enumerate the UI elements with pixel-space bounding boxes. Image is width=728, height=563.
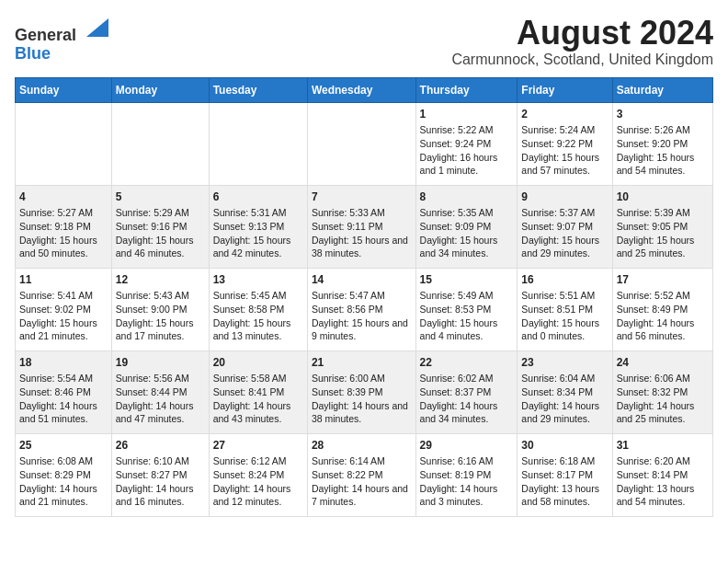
day-number: 23 — [521, 355, 608, 371]
day-info-line: Daylight: 14 hours and 16 minutes. — [116, 482, 205, 509]
day-info-line: Sunrise: 5:29 AM — [116, 206, 205, 220]
day-info-line: Sunrise: 5:58 AM — [213, 372, 303, 385]
day-info-line: Sunrise: 5:31 AM — [213, 206, 303, 220]
calendar-body: 1Sunrise: 5:22 AMSunset: 9:24 PMDaylight… — [16, 102, 713, 516]
day-info-line: Sunrise: 6:18 AM — [521, 454, 608, 468]
day-info-line: Sunrise: 6:20 AM — [617, 454, 709, 468]
day-number: 20 — [213, 355, 303, 371]
day-number: 8 — [420, 190, 514, 205]
day-info-line: Daylight: 14 hours and 25 minutes. — [617, 399, 709, 426]
calendar-cell-29: 29Sunrise: 6:16 AMSunset: 8:19 PMDayligh… — [415, 433, 518, 516]
day-number: 10 — [617, 190, 709, 205]
day-number: 31 — [617, 438, 709, 454]
calendar-cell-5: 5Sunrise: 5:29 AMSunset: 9:16 PMDaylight… — [111, 185, 209, 268]
calendar-cell-8: 8Sunrise: 5:35 AMSunset: 9:09 PMDaylight… — [415, 185, 518, 268]
week-row-5: 25Sunrise: 6:08 AMSunset: 8:29 PMDayligh… — [16, 433, 713, 516]
location-subtitle: Carmunnock, Scotland, United Kingdom — [451, 52, 713, 68]
week-row-2: 4Sunrise: 5:27 AMSunset: 9:18 PMDaylight… — [16, 185, 713, 268]
day-info-line: Sunrise: 5:45 AM — [213, 289, 303, 303]
day-info-line: Sunset: 9:13 PM — [213, 220, 303, 234]
header-row: SundayMondayTuesdayWednesdayThursdayFrid… — [16, 77, 713, 102]
day-info-line: Sunrise: 6:12 AM — [213, 454, 303, 468]
day-info-line: Daylight: 15 hours and 34 minutes. — [420, 234, 514, 260]
day-info-line: Daylight: 14 hours and 47 minutes. — [116, 399, 205, 426]
calendar-cell-17: 17Sunrise: 5:52 AMSunset: 8:49 PMDayligh… — [612, 268, 712, 350]
calendar-cell-15: 15Sunrise: 5:49 AMSunset: 8:53 PMDayligh… — [415, 268, 518, 350]
logo-line1: General — [15, 15, 108, 45]
day-info-line: Sunrise: 6:08 AM — [19, 454, 108, 468]
calendar-cell-9: 9Sunrise: 5:37 AMSunset: 9:07 PMDaylight… — [518, 185, 612, 268]
week-row-1: 1Sunrise: 5:22 AMSunset: 9:24 PMDaylight… — [16, 102, 713, 185]
day-info-line: Sunset: 8:34 PM — [521, 385, 608, 399]
calendar-cell-10: 10Sunrise: 5:39 AMSunset: 9:05 PMDayligh… — [612, 185, 712, 268]
calendar-cell-22: 22Sunrise: 6:02 AMSunset: 8:37 PMDayligh… — [415, 350, 518, 433]
day-info-line: Sunrise: 6:16 AM — [420, 454, 514, 468]
day-info-line: Daylight: 14 hours and 3 minutes. — [420, 482, 514, 509]
week-row-4: 18Sunrise: 5:54 AMSunset: 8:46 PMDayligh… — [16, 350, 713, 433]
day-info-line: Sunset: 9:22 PM — [521, 137, 608, 151]
day-info-line: Daylight: 15 hours and 25 minutes. — [617, 234, 709, 260]
day-info-line: Sunrise: 5:47 AM — [312, 289, 412, 303]
calendar-cell-3: 3Sunrise: 5:26 AMSunset: 9:20 PMDaylight… — [612, 102, 712, 185]
day-info-line: Sunrise: 5:33 AM — [312, 206, 412, 220]
title-area: August 2024 Carmunnock, Scotland, United… — [451, 15, 713, 68]
page-header: General Blue August 2024 Carmunnock, Sco… — [15, 15, 713, 68]
calendar-cell-25: 25Sunrise: 6:08 AMSunset: 8:29 PMDayligh… — [16, 433, 112, 516]
calendar-cell-11: 11Sunrise: 5:41 AMSunset: 9:02 PMDayligh… — [16, 268, 112, 350]
calendar-cell-4: 4Sunrise: 5:27 AMSunset: 9:18 PMDaylight… — [16, 185, 112, 268]
day-info-line: Daylight: 15 hours and 21 minutes. — [19, 316, 108, 343]
day-info-line: Sunset: 8:56 PM — [312, 303, 412, 316]
day-info-line: Sunrise: 6:06 AM — [617, 372, 709, 385]
day-info-line: Sunset: 8:41 PM — [213, 385, 303, 399]
day-number: 18 — [19, 355, 108, 371]
header-day-wednesday: Wednesday — [307, 77, 415, 102]
calendar-cell-empty-2 — [209, 102, 307, 185]
day-number: 11 — [19, 272, 108, 288]
day-number: 14 — [312, 272, 412, 288]
day-number: 1 — [420, 107, 514, 122]
day-info-line: Daylight: 15 hours and 0 minutes. — [521, 316, 608, 343]
day-info-line: Daylight: 15 hours and 57 minutes. — [521, 151, 608, 178]
day-info-line: Daylight: 14 hours and 29 minutes. — [521, 399, 608, 426]
day-info-line: Sunset: 8:49 PM — [617, 303, 709, 316]
day-info-line: Sunset: 9:07 PM — [521, 220, 608, 234]
calendar-cell-19: 19Sunrise: 5:56 AMSunset: 8:44 PMDayligh… — [111, 350, 209, 433]
day-info-line: Sunrise: 5:49 AM — [420, 289, 514, 303]
day-info-line: Sunset: 8:22 PM — [312, 468, 412, 482]
day-info-line: Sunrise: 6:00 AM — [312, 372, 412, 385]
logo-triangle-icon — [83, 15, 108, 40]
day-info-line: Sunset: 8:44 PM — [116, 385, 205, 399]
day-number: 5 — [116, 190, 205, 205]
header-day-thursday: Thursday — [415, 77, 518, 102]
day-info-line: Daylight: 15 hours and 4 minutes. — [420, 316, 514, 343]
day-info-line: Sunrise: 5:51 AM — [521, 289, 608, 303]
day-info-line: Sunset: 8:27 PM — [116, 468, 205, 482]
calendar-cell-28: 28Sunrise: 6:14 AMSunset: 8:22 PMDayligh… — [307, 433, 415, 516]
calendar-cell-6: 6Sunrise: 5:31 AMSunset: 9:13 PMDaylight… — [209, 185, 307, 268]
day-info-line: Sunset: 8:24 PM — [213, 468, 303, 482]
day-info-line: Sunset: 9:11 PM — [312, 220, 412, 234]
header-day-saturday: Saturday — [612, 77, 712, 102]
day-info-line: Sunset: 8:17 PM — [521, 468, 608, 482]
day-info-line: Daylight: 14 hours and 43 minutes. — [213, 399, 303, 426]
day-info-line: Daylight: 14 hours and 34 minutes. — [420, 399, 514, 426]
day-info-line: Sunrise: 5:56 AM — [116, 372, 205, 385]
day-info-line: Daylight: 14 hours and 12 minutes. — [213, 482, 303, 509]
day-info-line: Sunrise: 5:52 AM — [617, 289, 709, 303]
calendar-cell-13: 13Sunrise: 5:45 AMSunset: 8:58 PMDayligh… — [209, 268, 307, 350]
day-number: 13 — [213, 272, 303, 288]
day-info-line: Daylight: 13 hours and 58 minutes. — [521, 482, 608, 509]
calendar-cell-12: 12Sunrise: 5:43 AMSunset: 9:00 PMDayligh… — [111, 268, 209, 350]
day-info-line: Sunrise: 5:26 AM — [617, 123, 709, 137]
calendar-cell-27: 27Sunrise: 6:12 AMSunset: 8:24 PMDayligh… — [209, 433, 307, 516]
day-info-line: Sunset: 8:37 PM — [420, 385, 514, 399]
day-info-line: Sunrise: 5:41 AM — [19, 289, 108, 303]
day-number: 27 — [213, 438, 303, 454]
day-number: 9 — [521, 190, 608, 205]
calendar-cell-7: 7Sunrise: 5:33 AMSunset: 9:11 PMDaylight… — [307, 185, 415, 268]
logo-blue: Blue — [15, 44, 51, 63]
day-number: 12 — [116, 272, 205, 288]
day-info-line: Daylight: 14 hours and 51 minutes. — [19, 399, 108, 426]
day-number: 21 — [312, 355, 412, 371]
day-number: 2 — [521, 107, 608, 122]
